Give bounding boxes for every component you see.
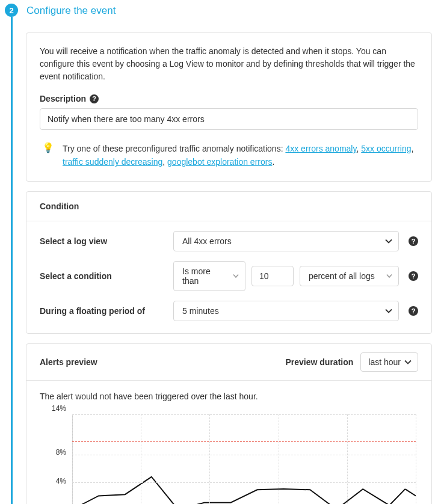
description-input[interactable] [40,108,418,130]
threshold-input[interactable] [251,266,294,286]
step-title: Configure the event [26,4,438,17]
condition-card: Condition Select a log view All 4xx erro… [26,191,432,334]
lightbulb-icon: 💡 [42,142,54,169]
help-icon[interactable]: ? [409,236,418,246]
preview-title: Alerts preview [40,357,97,367]
logview-select[interactable]: All 4xx errors [173,231,399,251]
help-icon[interactable]: ? [409,271,418,281]
chevron-down-icon [233,274,239,278]
y-tick-label: 14% [52,404,66,413]
help-icon[interactable]: ? [90,94,99,103]
period-label: During a floating period of [40,306,166,316]
link-5xx-occurring[interactable]: 5xx occurring [361,144,411,153]
y-tick-label: 8% [56,448,66,456]
logview-label: Select a log view [40,236,166,246]
step-number-badge: 2 [5,4,18,17]
y-tick-label: 4% [56,477,66,485]
link-4xx-anomaly[interactable]: 4xx errors anomaly [285,144,356,153]
preview-duration-label: Preview duration [285,357,353,367]
intro-text: You will receive a notification when the… [40,45,418,83]
period-select[interactable]: 5 minutes [173,301,399,321]
chevron-down-icon [385,239,392,244]
chevron-down-icon [404,360,412,364]
preview-card: Alerts preview Preview duration last hou… [26,343,432,504]
condition-select[interactable]: Is more than [173,261,245,291]
chevron-down-icon [385,309,392,313]
condition-label: Select a condition [40,271,166,281]
preview-message: The alert would not have been triggered … [40,392,418,401]
description-card: You will receive a notification when the… [26,32,432,182]
alerts-chart: 0%4%8%14% Sep 11, 10:10Sep 11, 10:20Sep … [40,408,418,504]
chevron-down-icon [386,274,392,278]
tip-text: Try one of these preconfigured traffic a… [63,142,416,169]
help-icon[interactable]: ? [409,306,418,316]
link-googlebot-errors[interactable]: googlebot exploration errors [167,157,272,167]
condition-header: Condition [26,192,431,221]
link-traffic-decreasing[interactable]: traffic suddenly decreasing [63,157,162,167]
threshold-line [72,441,416,442]
unit-select[interactable]: percent of all logs [300,266,399,286]
description-label: Description [40,94,86,103]
preview-duration-select[interactable]: last hour [360,352,418,372]
